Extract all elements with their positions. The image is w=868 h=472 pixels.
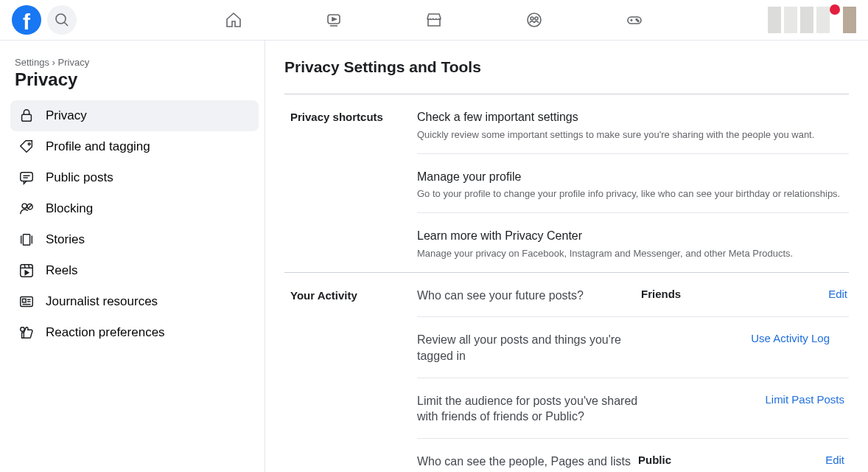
svg-rect-26 — [23, 299, 27, 302]
sidebar-item-stories[interactable]: Stories — [10, 224, 259, 255]
nav-home[interactable] — [219, 5, 248, 35]
svg-point-5 — [531, 17, 533, 20]
row-value: Public — [638, 454, 749, 466]
activity-review-posts: Review all your posts and things you're … — [417, 317, 849, 378]
nav-watch[interactable] — [319, 5, 349, 35]
svg-rect-14 — [21, 173, 33, 181]
row-subtitle: Manage your privacy on Facebook, Instagr… — [417, 248, 847, 259]
section-label: Privacy shortcuts — [284, 94, 417, 272]
sidebar-item-label: Stories — [46, 232, 85, 247]
section-privacy-shortcuts: Privacy shortcuts Check a few important … — [284, 94, 849, 272]
activity-limit-audience: Limit the audience for posts you've shar… — [417, 378, 849, 439]
edit-link[interactable]: Edit — [749, 454, 844, 466]
svg-point-30 — [21, 327, 25, 332]
sidebar-item-public-posts[interactable]: Public posts — [10, 162, 259, 193]
lock-icon — [18, 107, 35, 125]
sidebar-item-label: Profile and tagging — [46, 139, 150, 154]
svg-point-10 — [636, 19, 637, 21]
svg-point-0 — [56, 14, 66, 24]
sidebar-item-reaction-prefs[interactable]: Reaction preferences — [10, 317, 259, 348]
sidebar-item-label: Blocking — [46, 201, 93, 216]
svg-point-6 — [535, 17, 538, 20]
tag-icon — [18, 138, 35, 156]
nav-marketplace[interactable] — [419, 5, 449, 35]
gaming-icon — [626, 11, 643, 29]
shortcut-manage-profile[interactable]: Manage your profile Go to your profile t… — [417, 154, 849, 214]
content-title: Privacy Settings and Tools — [284, 58, 849, 76]
section-your-activity: Your Activity Who can see your future po… — [284, 272, 849, 472]
svg-point-4 — [528, 13, 541, 27]
row-title: Review all your posts and things you're … — [417, 332, 623, 364]
groups-icon — [525, 11, 543, 29]
svg-point-11 — [637, 21, 639, 22]
section-label: Your Activity — [284, 273, 417, 472]
sidebar-item-label: Privacy — [46, 108, 87, 123]
svg-rect-21 — [21, 265, 33, 277]
like-settings-icon — [18, 324, 35, 341]
content-area: Privacy Settings and Tools Privacy short… — [265, 41, 868, 472]
watch-icon — [325, 11, 343, 29]
row-title: Manage your profile — [417, 169, 847, 185]
placeholder-block — [843, 7, 856, 33]
svg-rect-12 — [22, 114, 32, 121]
stories-icon — [18, 231, 35, 249]
placeholder-block — [800, 7, 813, 33]
page-title: Privacy — [15, 69, 259, 90]
reels-icon — [18, 262, 35, 280]
sidebar-item-profile-tagging[interactable]: Profile and tagging — [10, 131, 259, 162]
block-user-icon — [18, 200, 35, 218]
row-value: Friends — [641, 288, 752, 300]
activity-log-link[interactable]: Use Activity Log — [734, 332, 830, 344]
svg-point-17 — [22, 204, 27, 208]
svg-line-19 — [28, 205, 32, 209]
svg-line-1 — [65, 23, 69, 27]
sidebar-item-label: Journalist resources — [46, 294, 158, 309]
row-title: Who can see the people, Pages and lists … — [417, 454, 638, 472]
sidebar-item-label: Public posts — [46, 170, 113, 185]
sidebar-item-journalist[interactable]: Journalist resources — [10, 286, 259, 317]
facebook-logo[interactable]: f — [12, 5, 41, 35]
svg-point-13 — [28, 143, 30, 145]
activity-follow-visibility: Who can see the people, Pages and lists … — [417, 439, 849, 472]
activity-future-posts: Who can see your future posts? Friends E… — [417, 273, 849, 318]
breadcrumb[interactable]: Settings › Privacy — [15, 57, 259, 68]
nav-center — [0, 5, 868, 35]
sidebar-item-reels[interactable]: Reels — [10, 255, 259, 286]
search-button[interactable] — [47, 5, 77, 35]
row-title: Check a few important settings — [417, 109, 847, 125]
row-subtitle: Quickly review some important settings t… — [417, 129, 847, 140]
home-icon — [225, 11, 242, 29]
placeholder-block — [768, 7, 781, 33]
sidebar-item-privacy[interactable]: Privacy — [10, 100, 259, 131]
shortcut-check-settings[interactable]: Check a few important settings Quickly r… — [417, 94, 849, 154]
id-card-icon — [18, 293, 35, 310]
comment-icon — [18, 169, 35, 187]
row-title: Who can see your future posts? — [417, 288, 641, 304]
search-icon — [53, 11, 71, 29]
row-title: Limit the audience for posts you've shar… — [417, 393, 638, 425]
marketplace-icon — [425, 11, 443, 29]
row-title: Learn more with Privacy Center — [417, 228, 847, 244]
sidebar: Settings › Privacy Privacy Privacy Profi… — [0, 41, 265, 472]
notification-badge — [830, 4, 840, 15]
shortcut-privacy-center[interactable]: Learn more with Privacy Center Manage yo… — [417, 213, 849, 272]
top-nav: f — [0, 0, 868, 41]
svg-line-24 — [29, 265, 29, 268]
limit-past-posts-link[interactable]: Limit Past Posts — [749, 393, 844, 406]
placeholder-block — [784, 7, 797, 33]
sidebar-item-blocking[interactable]: Blocking — [10, 193, 259, 224]
row-subtitle: Go to your profile to change your profil… — [417, 188, 847, 199]
nav-gaming[interactable] — [620, 5, 649, 35]
nav-right — [768, 7, 856, 33]
nav-groups[interactable] — [519, 5, 549, 35]
placeholder-block — [816, 7, 830, 33]
svg-line-23 — [24, 265, 25, 268]
svg-rect-20 — [23, 235, 29, 246]
sidebar-item-label: Reaction preferences — [46, 325, 165, 340]
edit-link[interactable]: Edit — [752, 288, 847, 300]
sidebar-item-label: Reels — [46, 263, 77, 278]
